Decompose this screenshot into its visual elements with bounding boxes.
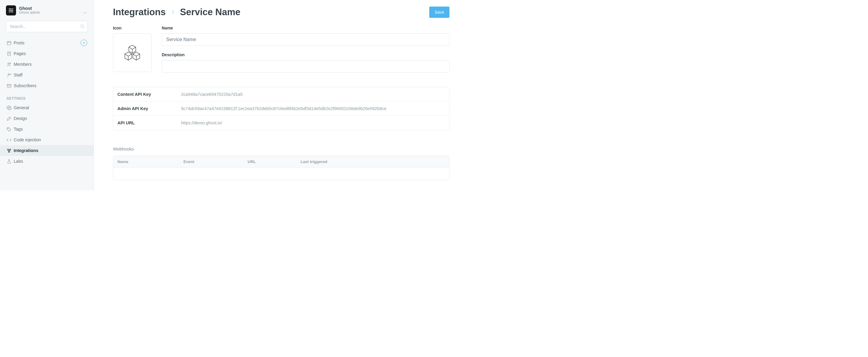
sidebar-item-general[interactable]: General [0, 102, 94, 113]
search-icon [80, 24, 85, 29]
svg-marker-27 [129, 45, 135, 49]
brush-icon [6, 116, 14, 121]
gear-icon [6, 105, 14, 110]
sidebar-item-subscribers[interactable]: Subscribers [0, 80, 94, 91]
webhooks-table: Name Event URL Last triggered [113, 156, 450, 180]
mail-icon [6, 83, 14, 88]
svg-line-25 [8, 150, 9, 151]
api-keys-table: Content API Key 2ca946a7cace69470220a7d1… [113, 87, 450, 130]
api-row-api-url: API URL https://demo.ghost.io/ [113, 116, 449, 130]
sidebar-item-tags[interactable]: Tags [0, 124, 94, 135]
api-key-label: Admin API Key [117, 106, 181, 111]
integration-name-input[interactable] [162, 33, 450, 46]
api-key-value[interactable]: https://demo.ghost.io/ [181, 120, 445, 125]
api-key-label: Content API Key [117, 92, 181, 97]
integrations-icon [6, 148, 14, 153]
webhooks-table-header: Name Event URL Last triggered [113, 156, 449, 168]
sidebar-item-integrations[interactable]: Integrations [0, 145, 94, 156]
breadcrumb-current: Service Name [180, 7, 240, 18]
breadcrumb-root[interactable]: Integrations [113, 7, 165, 18]
brand-switcher[interactable]: Ghost Ghost admin [0, 5, 94, 20]
webhooks-col-event: Event [183, 159, 248, 164]
sidebar-item-label: Posts [14, 40, 24, 45]
breadcrumb: Integrations Service Name [113, 7, 241, 18]
webhooks-col-url: URL [248, 159, 301, 164]
svg-point-21 [8, 128, 8, 128]
sidebar-item-members[interactable]: Members [0, 59, 94, 70]
sidebar-item-code-injection[interactable]: Code injection [0, 135, 94, 145]
sidebar-item-label: Members [14, 62, 32, 67]
description-field-label: Description [162, 52, 450, 57]
ghost-logo-icon [6, 5, 16, 16]
search-input[interactable] [6, 21, 88, 32]
calendar-icon [6, 40, 14, 46]
webhooks-col-name: Name [117, 159, 183, 164]
staff-icon [6, 72, 14, 78]
main-content: Integrations Service Name Save Icon [94, 0, 464, 190]
sidebar-item-label: Labs [14, 159, 23, 163]
svg-rect-7 [7, 41, 11, 44]
svg-point-18 [8, 73, 9, 75]
svg-marker-35 [133, 52, 140, 56]
sidebar-item-label: Staff [14, 72, 23, 77]
sidebar-item-label: Pages [14, 51, 26, 56]
code-icon [6, 138, 14, 143]
sidebar-item-label: Tags [14, 127, 23, 131]
svg-point-17 [9, 63, 11, 64]
api-key-value[interactable]: 2ca946a7cace69470220a7d1a5 [181, 92, 445, 97]
members-icon [6, 62, 14, 67]
webhooks-table-body [113, 168, 449, 180]
api-row-admin-key: Admin API Key 5c74dc59ac47a47e9158812f:1… [113, 101, 449, 116]
sidebar-item-label: General [14, 105, 29, 110]
icon-field-label: Icon [113, 26, 152, 30]
api-key-label: API URL [117, 120, 181, 125]
svg-point-5 [81, 25, 84, 27]
svg-marker-31 [125, 52, 132, 56]
sidebar-item-label: Subscribers [14, 83, 37, 88]
pages-icon [6, 51, 14, 56]
svg-line-6 [83, 27, 84, 28]
integration-icon-upload[interactable] [113, 33, 152, 72]
name-field-label: Name [162, 26, 450, 30]
sidebar-item-staff[interactable]: Staff [0, 70, 94, 80]
save-button[interactable]: Save [429, 6, 450, 18]
api-key-value[interactable]: 5c74dc59ac47a47e9158812f:1ec2ea37b2deb5c… [181, 106, 445, 111]
sidebar-item-labs[interactable]: Labs [0, 156, 94, 167]
integration-description-input[interactable] [162, 60, 450, 72]
sidebar-item-label: Code injection [14, 138, 41, 142]
webhooks-col-last: Last triggered [301, 159, 445, 164]
svg-line-26 [9, 150, 9, 151]
sidebar-item-design[interactable]: Design [0, 113, 94, 124]
sidebar-item-label: Design [14, 116, 27, 121]
flask-icon [6, 159, 14, 164]
svg-point-24 [8, 151, 9, 152]
svg-point-16 [8, 63, 9, 64]
api-row-content-key: Content API Key 2ca946a7cace69470220a7d1… [113, 87, 449, 101]
sidebar-item-pages[interactable]: Pages [0, 48, 94, 59]
tag-icon [6, 127, 14, 132]
primary-nav: Posts Pages Members [0, 36, 94, 167]
chevron-right-icon [170, 9, 176, 15]
sidebar-item-label: Integrations [14, 148, 38, 153]
chevron-down-icon [83, 11, 87, 15]
webhooks-heading: Webhooks [113, 146, 450, 151]
sidebar: Ghost Ghost admin Posts [0, 0, 94, 190]
brand-title: Ghost [19, 6, 40, 11]
add-post-button[interactable] [81, 39, 87, 46]
settings-section-label: SETTINGS [0, 91, 94, 102]
sidebar-item-posts[interactable]: Posts [0, 37, 94, 48]
svg-point-20 [8, 107, 9, 108]
brand-subtitle: Ghost admin [19, 11, 40, 15]
modules-icon [123, 43, 142, 62]
